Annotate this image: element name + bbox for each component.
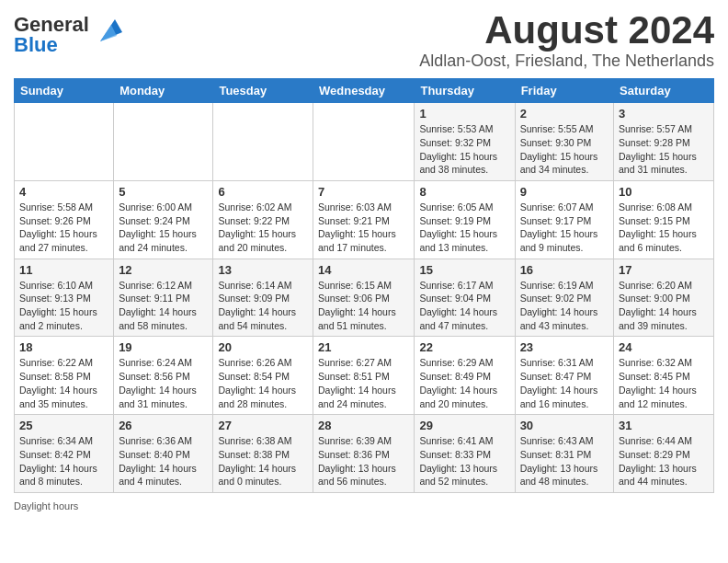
day-number: 1 (419, 107, 509, 121)
calendar-week-5: 25Sunrise: 6:34 AM Sunset: 8:42 PM Dayli… (15, 415, 714, 493)
day-number: 9 (520, 185, 609, 199)
cell-info: Sunrise: 6:34 AM Sunset: 8:42 PM Dayligh… (19, 434, 108, 488)
day-number: 24 (619, 340, 709, 354)
day-number: 23 (520, 340, 609, 354)
logo-blue: Blue (14, 33, 58, 56)
day-number: 31 (619, 419, 709, 432)
calendar-cell: 14Sunrise: 6:15 AM Sunset: 9:06 PM Dayli… (313, 259, 415, 337)
day-number: 15 (419, 263, 509, 277)
calendar-cell: 9Sunrise: 6:07 AM Sunset: 9:17 PM Daylig… (515, 180, 613, 259)
col-header-tuesday: Tuesday (213, 79, 313, 103)
calendar-cell (213, 103, 313, 181)
cell-info: Sunrise: 6:39 AM Sunset: 8:36 PM Dayligh… (318, 434, 409, 488)
day-number: 7 (318, 185, 409, 199)
day-number: 5 (119, 185, 208, 199)
col-header-wednesday: Wednesday (313, 79, 415, 103)
cell-info: Sunrise: 6:22 AM Sunset: 8:58 PM Dayligh… (19, 356, 108, 410)
calendar-cell: 6Sunrise: 6:02 AM Sunset: 9:22 PM Daylig… (213, 180, 313, 259)
page-header: General Blue August 2024 Aldlan-Oost, Fr… (14, 9, 714, 71)
cell-info: Sunrise: 6:17 AM Sunset: 9:04 PM Dayligh… (419, 279, 509, 333)
cell-info: Sunrise: 6:02 AM Sunset: 9:22 PM Dayligh… (218, 201, 308, 255)
calendar-table: SundayMondayTuesdayWednesdayThursdayFrid… (14, 78, 714, 493)
cell-info: Sunrise: 6:08 AM Sunset: 9:15 PM Dayligh… (619, 201, 709, 255)
calendar-cell (15, 103, 114, 181)
cell-info: Sunrise: 6:07 AM Sunset: 9:17 PM Dayligh… (520, 201, 609, 255)
calendar-cell: 5Sunrise: 6:00 AM Sunset: 9:24 PM Daylig… (114, 180, 213, 259)
col-header-friday: Friday (515, 79, 613, 103)
calendar-cell: 21Sunrise: 6:27 AM Sunset: 8:51 PM Dayli… (313, 337, 415, 415)
day-number: 26 (119, 419, 208, 432)
day-number: 10 (619, 185, 709, 199)
calendar-cell: 1Sunrise: 5:53 AM Sunset: 9:32 PM Daylig… (415, 103, 515, 181)
cell-info: Sunrise: 6:20 AM Sunset: 9:00 PM Dayligh… (619, 279, 709, 333)
calendar-cell: 30Sunrise: 6:43 AM Sunset: 8:31 PM Dayli… (515, 415, 613, 493)
cell-info: Sunrise: 5:57 AM Sunset: 9:28 PM Dayligh… (619, 122, 709, 177)
cell-info: Sunrise: 6:15 AM Sunset: 9:06 PM Dayligh… (318, 279, 409, 333)
calendar-cell: 15Sunrise: 6:17 AM Sunset: 9:04 PM Dayli… (415, 259, 515, 337)
day-number: 12 (119, 263, 208, 277)
calendar-cell: 8Sunrise: 6:05 AM Sunset: 9:19 PM Daylig… (415, 180, 515, 259)
cell-info: Sunrise: 6:29 AM Sunset: 8:49 PM Dayligh… (419, 356, 509, 410)
day-number: 30 (520, 419, 609, 432)
cell-info: Sunrise: 5:55 AM Sunset: 9:30 PM Dayligh… (520, 122, 609, 177)
day-number: 25 (19, 419, 108, 432)
day-number: 4 (19, 185, 108, 199)
day-number: 17 (619, 263, 709, 277)
footer-note: Daylight hours (14, 500, 714, 511)
cell-info: Sunrise: 6:26 AM Sunset: 8:54 PM Dayligh… (218, 356, 308, 410)
cell-info: Sunrise: 5:53 AM Sunset: 9:32 PM Dayligh… (419, 122, 509, 177)
day-number: 13 (218, 263, 308, 277)
cell-info: Sunrise: 6:19 AM Sunset: 9:02 PM Dayligh… (520, 279, 609, 333)
day-number: 2 (520, 107, 609, 121)
day-number: 19 (119, 340, 208, 354)
col-header-saturday: Saturday (614, 79, 714, 103)
day-number: 18 (19, 340, 108, 354)
calendar-cell (313, 103, 415, 181)
cell-info: Sunrise: 6:41 AM Sunset: 8:33 PM Dayligh… (419, 434, 509, 488)
logo: General Blue (14, 15, 122, 55)
day-number: 16 (520, 263, 609, 277)
day-number: 6 (218, 185, 308, 199)
day-number: 29 (419, 419, 509, 432)
calendar-cell: 26Sunrise: 6:36 AM Sunset: 8:40 PM Dayli… (114, 415, 213, 493)
cell-info: Sunrise: 6:00 AM Sunset: 9:24 PM Dayligh… (119, 201, 208, 255)
cell-info: Sunrise: 6:24 AM Sunset: 8:56 PM Dayligh… (119, 356, 208, 410)
col-header-sunday: Sunday (15, 79, 114, 103)
calendar-week-2: 4Sunrise: 5:58 AM Sunset: 9:26 PM Daylig… (15, 180, 714, 259)
cell-info: Sunrise: 6:38 AM Sunset: 8:38 PM Dayligh… (218, 434, 308, 488)
subtitle: Aldlan-Oost, Friesland, The Netherlands (419, 52, 714, 71)
calendar-cell: 20Sunrise: 6:26 AM Sunset: 8:54 PM Dayli… (213, 337, 313, 415)
calendar-cell: 3Sunrise: 5:57 AM Sunset: 9:28 PM Daylig… (614, 103, 714, 181)
day-number: 21 (318, 340, 409, 354)
cell-info: Sunrise: 6:14 AM Sunset: 9:09 PM Dayligh… (218, 279, 308, 333)
title-block: August 2024 Aldlan-Oost, Friesland, The … (419, 9, 714, 71)
col-header-thursday: Thursday (415, 79, 515, 103)
cell-info: Sunrise: 5:58 AM Sunset: 9:26 PM Dayligh… (19, 201, 108, 255)
day-number: 22 (419, 340, 509, 354)
calendar-week-4: 18Sunrise: 6:22 AM Sunset: 8:58 PM Dayli… (15, 337, 714, 415)
cell-info: Sunrise: 6:36 AM Sunset: 8:40 PM Dayligh… (119, 434, 208, 488)
calendar-cell: 19Sunrise: 6:24 AM Sunset: 8:56 PM Dayli… (114, 337, 213, 415)
calendar-cell: 11Sunrise: 6:10 AM Sunset: 9:13 PM Dayli… (15, 259, 114, 337)
calendar-cell: 22Sunrise: 6:29 AM Sunset: 8:49 PM Dayli… (415, 337, 515, 415)
calendar-cell: 31Sunrise: 6:44 AM Sunset: 8:29 PM Dayli… (614, 415, 714, 493)
calendar-cell: 13Sunrise: 6:14 AM Sunset: 9:09 PM Dayli… (213, 259, 313, 337)
calendar-cell: 23Sunrise: 6:31 AM Sunset: 8:47 PM Dayli… (515, 337, 613, 415)
calendar-cell: 2Sunrise: 5:55 AM Sunset: 9:30 PM Daylig… (515, 103, 613, 181)
calendar-cell: 28Sunrise: 6:39 AM Sunset: 8:36 PM Dayli… (313, 415, 415, 493)
day-number: 8 (419, 185, 509, 199)
day-number: 28 (318, 419, 409, 432)
day-number: 14 (318, 263, 409, 277)
cell-info: Sunrise: 6:31 AM Sunset: 8:47 PM Dayligh… (520, 356, 609, 410)
calendar-cell: 18Sunrise: 6:22 AM Sunset: 8:58 PM Dayli… (15, 337, 114, 415)
calendar-week-3: 11Sunrise: 6:10 AM Sunset: 9:13 PM Dayli… (15, 259, 714, 337)
cell-info: Sunrise: 6:03 AM Sunset: 9:21 PM Dayligh… (318, 201, 409, 255)
main-title: August 2024 (419, 9, 714, 52)
calendar-cell: 10Sunrise: 6:08 AM Sunset: 9:15 PM Dayli… (614, 180, 714, 259)
calendar-cell: 16Sunrise: 6:19 AM Sunset: 9:02 PM Dayli… (515, 259, 613, 337)
cell-info: Sunrise: 6:32 AM Sunset: 8:45 PM Dayligh… (619, 356, 709, 410)
cell-info: Sunrise: 6:10 AM Sunset: 9:13 PM Dayligh… (19, 279, 108, 333)
calendar-cell: 24Sunrise: 6:32 AM Sunset: 8:45 PM Dayli… (614, 337, 714, 415)
cell-info: Sunrise: 6:27 AM Sunset: 8:51 PM Dayligh… (318, 356, 409, 410)
calendar-header-row: SundayMondayTuesdayWednesdayThursdayFrid… (15, 79, 714, 103)
